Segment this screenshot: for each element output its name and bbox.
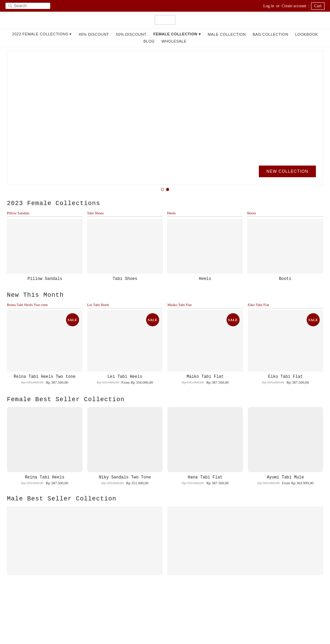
- product-item-1[interactable]: Lei Tabi Heels SALE Lei Tabi Heels Rp 59…: [87, 303, 163, 384]
- bs-original-0: Rp 595.000,00: [21, 481, 43, 485]
- category-label-top-2: Heels: [167, 211, 243, 217]
- category-image-1: [87, 219, 163, 274]
- bestseller-image-1: [87, 407, 163, 472]
- slider-dots: [0, 188, 330, 191]
- nav-item-blog[interactable]: BLOG: [140, 38, 158, 45]
- nav-item-lookbook[interactable]: LOOKBOOK: [292, 31, 321, 38]
- category-grid: Pillow Sandals Pillow Sandals Tabi Shoes…: [7, 211, 323, 281]
- product-price-3: Rp 595.000,00 Rp 387.500,00: [248, 380, 323, 384]
- bestseller-image-2: [167, 407, 243, 472]
- slider-dot-2[interactable]: [166, 188, 169, 191]
- bestseller-image-3: [248, 407, 323, 472]
- category-heels[interactable]: Heels Heels: [167, 211, 243, 281]
- new-this-month-section: New This Month Reina Tabi Heels Two tone…: [0, 288, 330, 391]
- product-price-0: Rp 595.000,00 Rp 387.500,00: [7, 380, 82, 384]
- product-name-2: Maiko Tabi Flat: [167, 374, 243, 379]
- bestseller-price-2: Rp 595.000,00 Rp 387.500,00: [167, 481, 243, 485]
- bestseller-image-0: [7, 407, 82, 472]
- nav-item-bag-collection[interactable]: BAG COLLECTION: [249, 31, 292, 38]
- male-product-image-0[interactable]: [7, 506, 163, 575]
- original-price-3: Rp 595.000,00: [262, 380, 284, 384]
- or-label: or: [276, 3, 279, 9]
- nav-item-female-collection[interactable]: FEMALE COLLECTION ▾: [150, 31, 204, 38]
- product-item-0[interactable]: Reina Tabi Heels Two tone SALE Reina Tab…: [7, 303, 82, 384]
- sale-price-1: From Rp 350.000,00: [121, 380, 153, 384]
- create-account-link[interactable]: Create account: [282, 3, 306, 9]
- divider: |: [308, 3, 309, 9]
- category-image-2: [167, 219, 243, 274]
- female-bestseller-grid: Reina Tabi Heels Rp 595.000,00 Rp 387.50…: [7, 407, 323, 485]
- bestseller-item-0[interactable]: Reina Tabi Heels Rp 595.000,00 Rp 387.50…: [7, 407, 82, 485]
- product-sale-label-top-3: Eiko Tabi Flat: [248, 303, 323, 308]
- bestseller-item-3[interactable]: Ayumi Tabi Mule Rp 585.000,00 From Rp 36…: [248, 407, 323, 485]
- slider-dot-1[interactable]: [161, 188, 164, 191]
- male-bestseller-grid: [7, 506, 323, 575]
- sale-price-3: Rp 387.500,00: [287, 380, 309, 384]
- category-label-top-3: Boots: [247, 211, 323, 217]
- sale-price-0: Rp 387.500,00: [46, 380, 68, 384]
- category-boots[interactable]: Boots Boots: [247, 211, 323, 281]
- category-tabi-shoes[interactable]: Tabi Shoes Tabi Shoes: [87, 211, 163, 281]
- search-icon: [8, 4, 12, 8]
- bestseller-price-0: Rp 595.000,00 Rp 387.500,00: [7, 481, 82, 485]
- product-price-1: Rp 595.000,00 From Rp 350.000,00: [87, 380, 163, 384]
- product-name-1: Lei Tabi Heels: [87, 374, 163, 379]
- female-collections-section: 2023 Female Collections Pillow Sandals P…: [0, 196, 330, 288]
- bs-original-2: Rp 595.000,00: [182, 481, 204, 485]
- sale-badge-2: SALE: [227, 313, 240, 326]
- product-sale-label-top-2: Maiko Tabi Flat: [167, 303, 243, 308]
- bestseller-name-0: Reina Tabi Heels: [7, 475, 82, 480]
- product-price-2: Rp 595.000,00 Rp 387.500,00: [167, 380, 243, 384]
- product-img-wrap-0: SALE: [7, 310, 82, 372]
- bs-original-3: Rp 585.000,00: [257, 481, 279, 485]
- male-product-image-1[interactable]: [167, 506, 323, 575]
- new-collection-button[interactable]: NEW COLLECTION: [259, 166, 316, 177]
- bs-sale-0: Rp 387.500,00: [46, 481, 68, 485]
- bestseller-name-2: Hana Tabi Flat: [167, 475, 243, 480]
- header-right: Log in or Create account | Cart: [263, 2, 324, 10]
- product-item-3[interactable]: Eiko Tabi Flat SALE Eiko Tabi Flat Rp 59…: [248, 303, 323, 384]
- nav-item-2022-female[interactable]: 2022 FEMALE COLLECTIONS ▾: [9, 31, 75, 38]
- bestseller-name-1: Niky Sandals Two Tone: [87, 475, 163, 480]
- product-img-wrap-1: SALE: [87, 310, 163, 372]
- nav-item-male-collection[interactable]: MALE COLLECTION: [204, 31, 249, 38]
- logo[interactable]: [155, 15, 175, 25]
- main-nav: 2022 FEMALE COLLECTIONS ▾ 40% DISCOUNT 5…: [0, 28, 330, 47]
- female-best-seller-title: Female Best Seller Collection: [7, 396, 323, 403]
- category-label-bottom-3: Boots: [247, 276, 323, 281]
- login-link[interactable]: Log in: [263, 3, 274, 9]
- svg-line-1: [11, 7, 12, 8]
- cart-button[interactable]: Cart: [311, 2, 324, 10]
- nav-item-40-discount[interactable]: 40% DISCOUNT: [75, 31, 113, 38]
- top-bar: Log in or Create account | Cart: [0, 0, 330, 12]
- original-price-2: Rp 595.000,00: [182, 380, 204, 384]
- nav-item-50-discount[interactable]: 50% DISCOUNT: [112, 31, 150, 38]
- search-input[interactable]: [14, 3, 47, 8]
- bestseller-item-2[interactable]: Hana Tabi Flat Rp 595.000,00 Rp 387.500,…: [167, 407, 243, 485]
- bs-sale-1: Rp 351.000,00: [126, 481, 148, 485]
- product-img-wrap-2: SALE: [167, 310, 243, 372]
- category-pillow-sandals[interactable]: Pillow Sandals Pillow Sandals: [7, 211, 83, 281]
- bestseller-item-1[interactable]: Niky Sandals Two Tone Rp 585.000,00 Rp 3…: [87, 407, 163, 485]
- product-name-0: Reina Tabi Heels Two tone: [7, 374, 82, 379]
- nav-item-wholesale[interactable]: WHOLESALE: [158, 38, 190, 45]
- bestseller-name-3: Ayumi Tabi Mule: [248, 475, 323, 480]
- product-sale-label-top-1: Lei Tabi Heels: [87, 303, 163, 308]
- product-img-wrap-3: SALE: [248, 310, 323, 372]
- sale-badge-3: SALE: [307, 313, 320, 326]
- product-sale-label-top-0: Reina Tabi Heels Two tone: [7, 303, 82, 308]
- category-label-bottom-1: Tabi Shoes: [87, 276, 163, 281]
- product-name-3: Eiko Tabi Flat: [248, 374, 323, 379]
- product-item-2[interactable]: Maiko Tabi Flat SALE Maiko Tabi Flat Rp …: [167, 303, 243, 384]
- category-label-top-1: Tabi Shoes: [87, 211, 163, 217]
- category-label-top-0: Pillow Sandals: [7, 211, 83, 217]
- category-label-bottom-2: Heels: [167, 276, 243, 281]
- category-label-bottom-0: Pillow Sandals: [7, 276, 83, 281]
- original-price-1: Rp 595.000,00: [97, 380, 119, 384]
- new-this-month-title: New This Month: [7, 292, 323, 298]
- category-image-3: [247, 219, 323, 274]
- category-image-0: [7, 219, 83, 274]
- search-wrapper[interactable]: [6, 3, 50, 9]
- original-price-0: Rp 595.000,00: [21, 380, 43, 384]
- female-collections-title: 2023 Female Collections: [7, 200, 323, 207]
